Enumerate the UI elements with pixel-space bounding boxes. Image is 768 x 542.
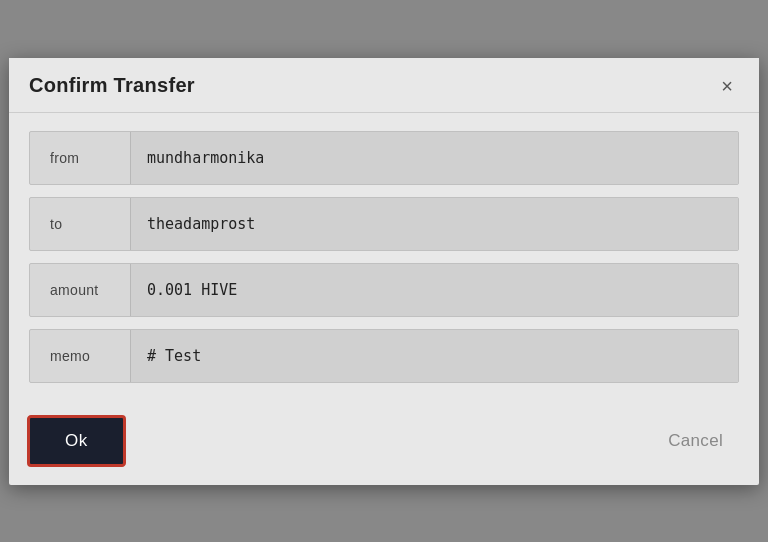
to-value: theadamprost [130, 198, 738, 250]
cancel-button[interactable]: Cancel [652, 421, 739, 461]
close-button[interactable]: × [715, 74, 739, 98]
amount-value: 0.001 HIVE [130, 264, 738, 316]
dialog-footer: Ok Cancel [9, 401, 759, 485]
memo-value: # Test [130, 330, 738, 382]
amount-field-row: amount 0.001 HIVE [29, 263, 739, 317]
to-field-row: to theadamprost [29, 197, 739, 251]
dialog-body: from mundharmonika to theadamprost amoun… [9, 113, 759, 401]
dialog-header: Confirm Transfer × [9, 58, 759, 113]
memo-field-row: memo # Test [29, 329, 739, 383]
to-label: to [30, 216, 130, 232]
ok-button[interactable]: Ok [29, 417, 124, 465]
from-field-row: from mundharmonika [29, 131, 739, 185]
dialog-overlay: Confirm Transfer × from mundharmonika to… [0, 0, 768, 542]
from-label: from [30, 150, 130, 166]
dialog-title: Confirm Transfer [29, 74, 195, 97]
amount-label: amount [30, 282, 130, 298]
from-value: mundharmonika [130, 132, 738, 184]
memo-label: memo [30, 348, 130, 364]
confirm-transfer-dialog: Confirm Transfer × from mundharmonika to… [9, 58, 759, 485]
